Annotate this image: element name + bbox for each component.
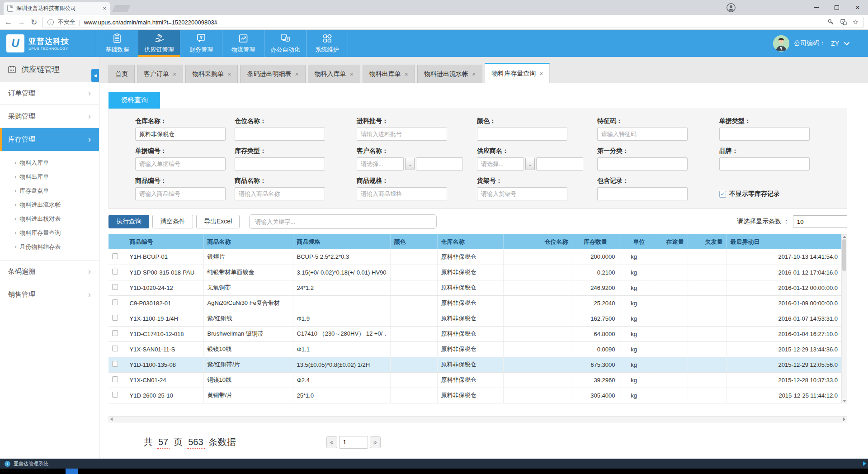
color-input[interactable] <box>477 128 567 141</box>
row-checkbox[interactable] <box>112 376 118 382</box>
tab-close-icon[interactable]: × <box>472 71 476 78</box>
include-record-input[interactable] <box>597 187 688 200</box>
nav-item-basic-data[interactable]: 基础数据 <box>96 30 138 57</box>
table-row[interactable]: C9-P030182-01 AgNi20/CuNi30 Fe复合带材 原料非保税… <box>108 295 841 311</box>
table-row[interactable]: Y1D-C17410-12-018 Brushwellman 铍铜带 C1741… <box>108 326 841 341</box>
forward-icon[interactable]: → <box>18 18 25 27</box>
document-tab[interactable]: 客户订单 × <box>137 65 183 83</box>
row-checkbox[interactable] <box>112 361 118 367</box>
document-tab[interactable]: 物料采购单 × <box>185 65 238 83</box>
back-icon[interactable]: ← <box>5 18 12 27</box>
column-header[interactable]: 商品名称 <box>203 234 293 249</box>
browser-tab[interactable]: 深圳亚普达科技有限公司 × <box>4 2 110 15</box>
sidebar-group-sales[interactable]: 销售管理 › <box>0 283 99 306</box>
run-query-button[interactable]: 执行查询 <box>108 215 149 228</box>
sidebar-submenu-item[interactable]: › 物料进出流水帐 <box>0 198 99 212</box>
reload-icon[interactable]: ↻ <box>31 18 37 27</box>
row-checkbox[interactable] <box>112 299 118 305</box>
column-header[interactable]: 仓库名称 <box>437 234 503 249</box>
product-code-input[interactable] <box>135 187 226 200</box>
warehouse-input[interactable] <box>135 128 226 141</box>
sidebar-group-orders[interactable]: 订单管理 › <box>0 82 99 105</box>
row-checkbox[interactable] <box>112 315 118 321</box>
column-header[interactable]: 库存数量 <box>572 234 619 249</box>
next-page-button[interactable]: » <box>370 436 381 448</box>
bookmark-star-icon[interactable]: ☆ <box>853 18 859 26</box>
document-tab[interactable]: 物料入库单 × <box>308 65 360 83</box>
product-name-input[interactable] <box>235 187 325 200</box>
site-info-icon[interactable]: i <box>47 19 54 25</box>
document-tab[interactable]: 物料进出流水帐 × <box>417 65 482 83</box>
supplier-picker-button[interactable]: .. <box>525 158 535 170</box>
document-tab[interactable]: 物料库存量查询 × <box>485 63 550 83</box>
row-checkbox[interactable] <box>112 330 118 336</box>
scroll-left-icon[interactable] <box>110 417 113 421</box>
column-header[interactable]: 欠发量 <box>688 234 726 249</box>
sidebar-group-inventory[interactable]: 库存管理 › <box>0 128 99 151</box>
row-checkbox[interactable] <box>112 284 118 290</box>
tab-close-icon[interactable]: × <box>173 71 176 78</box>
nav-item-office-automation[interactable]: 办公自动化 <box>264 30 306 57</box>
customer-picker-button[interactable]: .. <box>405 158 415 170</box>
sidebar-group-barcode-trace[interactable]: 条码追溯 › <box>0 260 99 283</box>
column-header[interactable]: 单位 <box>619 234 649 249</box>
keyword-search-input[interactable] <box>249 214 437 229</box>
sidebar-submenu-item[interactable]: › 物料出库单 <box>0 170 99 184</box>
query-section-tab[interactable]: 资料查询 <box>108 92 160 109</box>
document-tab[interactable]: 首页 × <box>108 65 135 83</box>
page-size-input[interactable] <box>793 215 847 228</box>
table-row[interactable]: Y1X-CN01-24 铜镍10线 Φ2.4 原料非保税仓 39.2960 kg <box>108 372 841 388</box>
column-header[interactable]: 商品规格 <box>293 234 390 249</box>
minimize-button[interactable] <box>806 0 826 15</box>
nav-item-finance[interactable]: 财务管理 <box>180 30 222 57</box>
browser-tab-close-icon[interactable]: × <box>103 5 106 12</box>
row-checkbox[interactable] <box>112 346 118 351</box>
column-header[interactable]: 商品编号 <box>126 234 203 249</box>
tab-close-icon[interactable]: × <box>405 71 408 78</box>
feature-code-input[interactable] <box>597 128 688 141</box>
nav-item-system-maintenance[interactable]: 系统维护 <box>306 30 348 57</box>
customer-select-input[interactable] <box>357 157 404 171</box>
location-input[interactable] <box>235 128 325 141</box>
scroll-down-icon[interactable] <box>843 400 846 402</box>
sidebar-submenu-item[interactable]: › 物料入库单 <box>0 156 99 170</box>
category1-input[interactable] <box>597 157 688 171</box>
column-header[interactable]: 在途量 <box>649 234 688 249</box>
maximize-button[interactable] <box>826 0 847 15</box>
row-checkbox[interactable] <box>112 253 118 259</box>
table-row[interactable]: Y1H-BCUP-01 银焊片 BCUP-5 2.5*2.2*0.3 原料非保税… <box>108 249 841 265</box>
sidebar-submenu-item[interactable]: › 物料进出核对表 <box>0 212 99 226</box>
table-row[interactable]: Y1X-SAN01-11-S 银镍10线 Φ1.1 原料非保税仓 0.0090 … <box>108 341 841 357</box>
column-header[interactable]: 颜色 <box>390 234 437 249</box>
user-menu[interactable]: 公司编码： ZY <box>773 30 868 57</box>
sidebar-collapse-button[interactable]: ◀ <box>91 69 99 82</box>
supplier-select-input[interactable] <box>477 157 524 171</box>
doc-type-input[interactable] <box>719 128 810 141</box>
hide-zero-checkbox[interactable]: ✓ <box>719 191 726 198</box>
table-row[interactable]: Y1D-1100-135-08 紫/红铜带/片 13.5(±0.05)*0.8(… <box>108 357 841 372</box>
scroll-right-icon[interactable] <box>843 417 845 421</box>
vertical-scroll-thumb[interactable] <box>842 239 846 271</box>
brand-input[interactable] <box>719 157 810 171</box>
tab-close-icon[interactable]: × <box>295 71 298 78</box>
sidebar-submenu-item[interactable]: › 物料库存量查询 <box>0 226 99 240</box>
translate-icon[interactable]: A <box>840 19 847 26</box>
export-excel-button[interactable]: 导出Excel <box>196 215 240 228</box>
sidebar-group-purchasing[interactable]: 采购管理 › <box>0 105 99 128</box>
status-bar-arrow-icon[interactable] <box>863 461 866 466</box>
address-bar[interactable]: i 不安全 | www.upus.cn/admin/main.html?t=15… <box>42 17 863 28</box>
vertical-scrollbar[interactable] <box>841 234 847 403</box>
sidebar-submenu-item[interactable]: › 月份物料结存表 <box>0 240 99 254</box>
row-checkbox[interactable] <box>112 392 118 398</box>
tab-close-icon[interactable]: × <box>539 70 543 77</box>
document-tab[interactable]: 物料出库单 × <box>363 65 415 83</box>
table-row[interactable]: Y1X-1100-19-1/4H 紫/红铜线 Φ1.9 原料非保税仓 162.7… <box>108 311 841 326</box>
key-icon[interactable] <box>827 19 835 26</box>
table-row[interactable]: Y1D-1020-24-12 无氧铜带 24*1.2 原料非保税仓 246.92… <box>108 280 841 295</box>
sidebar-submenu-item[interactable]: › 库存盘点单 <box>0 184 99 198</box>
nav-item-logistics[interactable]: 物流管理 <box>222 30 264 57</box>
horizontal-scrollbar[interactable] <box>108 416 847 422</box>
new-tab-button[interactable] <box>112 5 130 12</box>
current-page-input[interactable] <box>339 436 368 449</box>
table-row[interactable]: Y1D-SP00-315-018-PAU 纯银带材单面镀金 3.15(+0/-0… <box>108 265 841 280</box>
